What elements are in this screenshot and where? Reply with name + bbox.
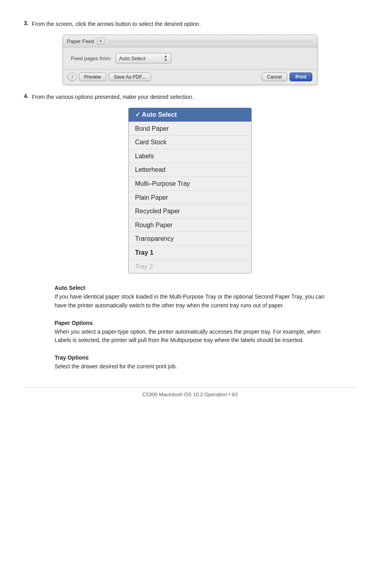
dropdown-item[interactable]: Multi–Purpose Tray <box>129 177 251 191</box>
dropdown-item[interactable]: Transparency <box>129 232 251 246</box>
dropdown-arrow-icon: ▲▼ <box>164 54 168 62</box>
step4-number: 4. <box>24 93 29 101</box>
tray-options-body: Select the drawer desired for the curren… <box>55 362 325 371</box>
step4: 4. From the various options presented, m… <box>24 93 356 101</box>
dialog-toolbar-label: Paper Feed <box>67 38 94 44</box>
dropdown-item[interactable]: ✓ Auto Select <box>129 108 251 122</box>
auto-select-title: Auto Select <box>55 285 325 291</box>
feed-pages-label: Feed pages from: <box>71 55 112 61</box>
dropdown-item[interactable]: Card Stock <box>129 136 251 149</box>
auto-select-value: Auto Select <box>119 55 146 61</box>
paper-options-body: When you select a paper-type option, the… <box>55 328 325 345</box>
dropdown-item[interactable]: Plain Paper <box>129 191 251 205</box>
dropdown-item[interactable]: Rough Paper <box>129 218 251 232</box>
auto-select-body: If you have identical paper stock loaded… <box>55 293 325 310</box>
paper-options-section: Paper Options When you select a paper-ty… <box>55 320 325 345</box>
paper-type-dropdown[interactable]: ✓ Auto SelectBond PaperCard StockLabelsL… <box>128 108 252 273</box>
dialog-body: Feed pages from: Auto Select ▲▼ <box>63 47 317 69</box>
feed-stepper[interactable]: ⬍ <box>97 37 104 45</box>
dropdown-item[interactable]: Tray 2 <box>129 260 251 273</box>
step3-number: 3. <box>24 20 29 28</box>
save-as-pdf-button[interactable]: Save As PDF... <box>109 73 151 81</box>
paper-options-title: Paper Options <box>55 320 325 326</box>
footer-text: C5300 Macintosh OS 10.2 Operation • 83 <box>142 391 237 397</box>
dropdown-item[interactable]: Recycled Paper <box>129 205 251 218</box>
dialog-line <box>108 41 313 41</box>
print-dialog: Paper Feed ⬍ Feed pages from: Auto Selec… <box>63 35 317 85</box>
step4-text: From the various options presented, make… <box>32 93 194 101</box>
auto-select-section: Auto Select If you have identical paper … <box>55 285 325 310</box>
dialog-toolbar: Paper Feed ⬍ <box>63 35 317 47</box>
tray-options-title: Tray Options <box>55 354 325 361</box>
print-button[interactable]: Print <box>290 73 312 81</box>
step3-text: From the screen, click the arrows button… <box>32 20 201 28</box>
dialog-footer: ? Preview Save As PDF... Cancel Print <box>63 69 317 85</box>
step3: 3. From the screen, click the arrows but… <box>24 20 356 28</box>
dropdown-item[interactable]: Tray 1 <box>129 246 251 260</box>
dropdown-item[interactable]: Bond Paper <box>129 122 251 136</box>
auto-select-dropdown[interactable]: Auto Select ▲▼ <box>116 53 171 63</box>
page-footer: C5300 Macintosh OS 10.2 Operation • 83 <box>24 387 356 397</box>
preview-button[interactable]: Preview <box>79 73 106 81</box>
help-button[interactable]: ? <box>68 73 76 81</box>
tray-options-section: Tray Options Select the drawer desired f… <box>55 354 325 371</box>
dropdown-item[interactable]: Letterhead <box>129 163 251 177</box>
cancel-button[interactable]: Cancel <box>262 73 287 81</box>
dropdown-item[interactable]: Labels <box>129 149 251 163</box>
